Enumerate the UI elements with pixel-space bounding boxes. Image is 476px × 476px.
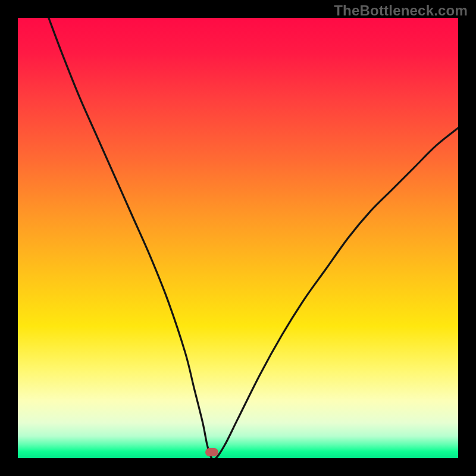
bottleneck-curve: [18, 18, 458, 458]
curve-path: [49, 18, 458, 458]
optimum-marker: [205, 448, 218, 456]
plot-area: [18, 18, 458, 458]
chart-frame: TheBottleneck.com: [0, 0, 476, 476]
watermark-text: TheBottleneck.com: [334, 2, 468, 19]
